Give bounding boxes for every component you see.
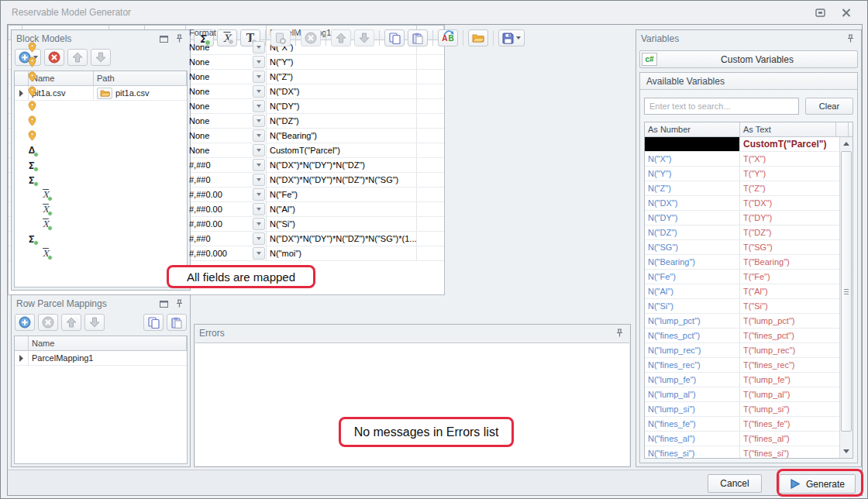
scroll-down-icon[interactable] [841, 446, 852, 457]
variables-scrollbar[interactable] [839, 137, 852, 458]
add-mapping-button[interactable] [15, 314, 35, 331]
as-number-cell[interactable]: N("fines_pct") [645, 329, 740, 342]
as-text-cell[interactable]: T("Y") [740, 167, 836, 181]
paste-fields-button[interactable] [408, 29, 428, 46]
rename-button[interactable]: AB [438, 29, 458, 46]
as-number-cell[interactable]: N("Al") [645, 284, 740, 298]
variable-row[interactable]: N("SG") T("SG") [645, 240, 839, 255]
move-field-up-button[interactable] [331, 29, 351, 46]
mapping-cell[interactable]: N("DX")*N("DY")*N("DZ")*N("SG") [267, 173, 417, 187]
variable-row[interactable]: N("DY") T("DY") [645, 211, 839, 225]
mapping-cell[interactable]: N("DX")*N("DY")*N("DZ") [267, 158, 417, 172]
format-cell[interactable]: #,##0 [186, 173, 267, 187]
as-number-column-header[interactable]: As Number [645, 122, 740, 136]
delete-mapping-button[interactable] [38, 314, 58, 331]
variable-row[interactable]: N("lump_fe") T("lump_fe") [645, 373, 839, 387]
as-number-cell[interactable]: N("lump_fe") [645, 373, 740, 387]
move-down-button[interactable] [91, 49, 111, 66]
mapping-cell[interactable]: CustomT("Parcel") [267, 143, 417, 157]
format-dropdown-button[interactable] [253, 188, 265, 201]
path-column-header[interactable]: Path [94, 71, 187, 85]
format-dropdown-button[interactable] [253, 159, 265, 171]
format-dropdown-button[interactable] [253, 71, 265, 83]
as-text-cell[interactable]: CustomT("Parcel") [740, 137, 836, 151]
format-dropdown-button[interactable] [253, 129, 265, 142]
generate-button[interactable]: Generate [779, 474, 856, 494]
format-cell[interactable]: None [186, 55, 267, 69]
browse-folder-icon[interactable] [97, 88, 112, 99]
mapping-cell[interactable]: N("Fe") [267, 188, 417, 201]
mapping-cell[interactable]: N("Y") [267, 55, 417, 69]
variable-row[interactable]: N("lump_rec") T("lump_rec") [645, 343, 839, 358]
format-cell[interactable]: #,##0.00 [186, 217, 267, 231]
mapping-name-cell[interactable]: ParcelMapping1 [29, 351, 187, 365]
format-cell[interactable]: None [186, 143, 267, 157]
mapping-cell[interactable]: N("Z") [267, 70, 417, 84]
as-text-cell[interactable]: T("lump_al") [740, 387, 836, 401]
variable-row[interactable]: N("DX") T("DX") [645, 196, 839, 211]
as-number-cell[interactable]: N("Si") [645, 299, 740, 313]
mapping-cell[interactable]: N("Al") [267, 202, 417, 216]
variable-row[interactable]: N("DZ") T("DZ") [645, 225, 839, 240]
as-number-cell[interactable]: N("fines_rec") [645, 358, 740, 372]
pin-icon[interactable] [844, 33, 856, 44]
as-text-column-header[interactable]: As Text [740, 122, 836, 136]
variable-row[interactable]: N("X") T("X") [645, 152, 839, 167]
variable-row[interactable]: N("Bearing") T("Bearing") [645, 255, 839, 270]
format-dropdown-button[interactable] [253, 41, 265, 53]
name-column-header[interactable]: Name [29, 336, 187, 350]
as-text-cell[interactable]: T("DZ") [740, 225, 836, 239]
variable-row[interactable]: N("Z") T("Z") [645, 181, 839, 196]
maximize-panel-icon[interactable] [157, 298, 170, 309]
format-cell[interactable]: #,##0 [186, 232, 267, 246]
variable-row[interactable]: N("Fe") T("Fe") [645, 270, 839, 284]
format-dropdown-button[interactable] [253, 144, 265, 157]
as-text-cell[interactable]: T("DY") [740, 211, 836, 225]
as-text-cell[interactable]: T("Fe") [740, 270, 836, 284]
format-dropdown-button[interactable] [253, 56, 265, 68]
format-dropdown-button[interactable] [253, 115, 265, 127]
format-cell[interactable]: None [186, 99, 267, 113]
pin-icon[interactable] [173, 33, 185, 44]
mapping-cell[interactable]: N("moi") [267, 246, 417, 260]
as-text-cell[interactable]: T("fines_rec") [740, 358, 836, 372]
as-text-cell[interactable]: T("lump_si") [740, 402, 836, 416]
variable-row[interactable]: N("fines_pct") T("fines_pct") [645, 329, 839, 343]
block-model-row[interactable]: pit1a.csv pit1a.csv [15, 86, 187, 101]
open-file-button[interactable] [468, 29, 488, 46]
mapping-cell[interactable]: N("Bearing") [267, 129, 417, 143]
as-number-cell[interactable]: N("DZ") [645, 225, 740, 239]
as-number-cell[interactable]: N("lump_rec") [645, 343, 740, 357]
format-cell[interactable]: #,##0 [186, 158, 267, 172]
as-text-cell[interactable]: T("fines_fe") [740, 417, 836, 431]
as-number-cell[interactable]: N("fines_si") [645, 446, 740, 458]
as-text-cell[interactable]: T("fines_si") [740, 446, 836, 458]
pin-icon[interactable] [613, 328, 625, 339]
variable-row[interactable]: N("fines_fe") T("fines_fe") [645, 417, 839, 432]
block-model-name-cell[interactable]: pit1a.csv [29, 86, 94, 100]
search-input[interactable] [644, 98, 799, 115]
format-dropdown-button[interactable] [253, 218, 265, 230]
add-document-button[interactable] [270, 29, 291, 46]
pin-icon[interactable] [173, 298, 185, 309]
as-text-cell[interactable]: T("lump_fe") [740, 373, 836, 387]
copy-button[interactable] [143, 314, 164, 331]
as-text-cell[interactable]: T("Al") [740, 284, 836, 298]
as-number-cell[interactable]: N("fines_al") [645, 432, 740, 446]
as-number-cell[interactable] [645, 137, 740, 151]
maximize-panel-icon[interactable] [157, 33, 170, 44]
save-button[interactable] [498, 29, 525, 46]
as-number-cell[interactable]: N("Y") [645, 167, 740, 181]
format-dropdown-button[interactable] [253, 232, 265, 245]
variable-row[interactable]: N("Si") T("Si") [645, 299, 839, 314]
as-number-cell[interactable]: N("DX") [645, 196, 740, 210]
move-up-button[interactable] [67, 49, 88, 66]
custom-variables-button[interactable]: c# Custom Variables [639, 50, 858, 68]
format-cell[interactable]: None [186, 129, 267, 143]
as-number-cell[interactable]: N("lump_al") [645, 387, 740, 401]
block-model-path-cell[interactable]: pit1a.csv [94, 86, 187, 100]
variable-row[interactable]: N("fines_si") T("fines_si") [645, 446, 839, 458]
restore-window-icon[interactable] [813, 6, 827, 19]
format-cell[interactable]: None [186, 70, 267, 84]
as-number-cell[interactable]: N("fines_fe") [645, 417, 740, 431]
